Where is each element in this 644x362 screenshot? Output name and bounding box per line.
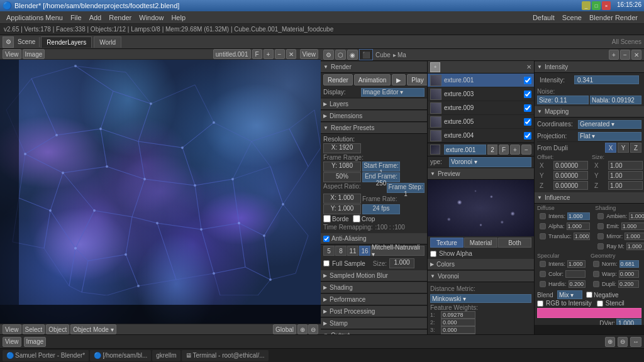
new-texture-btn[interactable]: +: [430, 62, 440, 72]
zoom-out[interactable]: ⊖: [308, 324, 318, 334]
tex-eye-4[interactable]: [524, 118, 531, 126]
add-texture[interactable]: +: [609, 50, 619, 60]
color-swatch-pink[interactable]: [537, 308, 641, 318]
size-z-val[interactable]: 1.00: [608, 181, 643, 190]
type-value[interactable]: Voronoi ▾: [449, 157, 531, 167]
full-sample-check[interactable]: [323, 260, 330, 266]
texture-item-5[interactable]: exture.004: [428, 129, 534, 143]
spec-color-check[interactable]: [540, 271, 546, 277]
render-engine-select[interactable]: Blender Render: [586, 11, 641, 23]
fw-2-val[interactable]: 0.000: [441, 319, 475, 326]
image-menu-btn[interactable]: Image: [23, 49, 45, 59]
offset-x-val[interactable]: 0.00000: [553, 161, 588, 170]
display-value[interactable]: Image Editor ▾: [361, 88, 425, 97]
global-btn[interactable]: Global: [273, 324, 296, 334]
spec-intens-val[interactable]: 1.000: [567, 260, 586, 268]
noise-size-mat[interactable]: Size: 0.11: [537, 96, 589, 104]
props-icon1[interactable]: ⚙: [323, 50, 334, 60]
view-btn-bottom[interactable]: View: [3, 324, 21, 334]
texture-icon-active[interactable]: ⬛: [359, 49, 373, 60]
spec-intens-check[interactable]: [540, 261, 546, 267]
task-terminal[interactable]: 🖥 Terminal - root@ethical/...: [182, 350, 269, 361]
properties-icon[interactable]: ⚙: [3, 36, 14, 48]
spec-hard-val[interactable]: 0.200: [569, 280, 586, 288]
viewport-info-btn[interactable]: ✕: [286, 49, 296, 59]
maximize-button[interactable]: □: [592, 1, 601, 10]
geom-dupli-val[interactable]: 0.200: [618, 280, 639, 288]
size-x-val[interactable]: 1.00: [608, 161, 643, 170]
window-menu[interactable]: Window: [135, 11, 167, 23]
bb-icon1[interactable]: ⊕: [605, 337, 615, 347]
spec-hard-check[interactable]: [540, 281, 546, 287]
shad-raym-val[interactable]: 1.000: [626, 243, 644, 250]
texture-item-3[interactable]: exture.009: [428, 101, 534, 115]
diff-transluc-val[interactable]: 1.000: [574, 233, 591, 240]
file-menu[interactable]: File: [67, 11, 86, 23]
geom-warp-val[interactable]: 0.000: [619, 270, 639, 278]
tex-add[interactable]: +: [510, 145, 520, 155]
applications-menu[interactable]: Applications Menu: [3, 11, 67, 23]
bb-view[interactable]: View: [3, 337, 21, 347]
tex-del[interactable]: −: [521, 145, 531, 155]
x-btn[interactable]: X: [605, 143, 616, 153]
z-btn[interactable]: Z: [630, 143, 641, 153]
render-btn[interactable]: Render: [323, 74, 353, 85]
layers-section[interactable]: ▶ Layers: [321, 99, 427, 110]
task-gkrellm[interactable]: gkrellm: [152, 350, 180, 361]
texture-item-1[interactable]: exture.001: [428, 74, 534, 87]
both-btn[interactable]: Both: [498, 238, 531, 248]
size-y-val[interactable]: 1.00: [608, 171, 643, 180]
dist-metric-val[interactable]: Minkowski ▾: [430, 294, 531, 303]
diff-transluc-check[interactable]: [540, 233, 546, 239]
diff-intens-val[interactable]: 1.000: [567, 212, 590, 220]
cube-icon[interactable]: ⬡: [335, 50, 346, 60]
aa-8[interactable]: 8: [335, 246, 347, 256]
diff-intens-check[interactable]: [540, 213, 546, 219]
aa-5[interactable]: 5: [323, 246, 335, 256]
pct-field[interactable]: 50%: [323, 172, 361, 182]
negative-check[interactable]: [586, 292, 592, 298]
render-menu[interactable]: Render: [105, 11, 135, 23]
view-menu-btn[interactable]: View: [3, 49, 21, 59]
frame-step[interactable]: Frame Step: 1: [387, 183, 425, 193]
fps-field[interactable]: 24 fps: [362, 204, 400, 214]
influence-section[interactable]: ▼ Influence: [535, 192, 644, 204]
shad-ambient-val[interactable]: 1.000: [629, 212, 644, 220]
geom-dupli-check[interactable]: [593, 281, 599, 287]
aa-check[interactable]: [323, 236, 330, 242]
viewport-add-btn[interactable]: +: [264, 49, 274, 59]
material-btn[interactable]: Material: [464, 238, 497, 248]
shad-mirror-check[interactable]: [597, 233, 604, 239]
sampled-mb-section[interactable]: ▶ Sampled Motion Blur: [321, 270, 427, 282]
intensity-slider[interactable]: 0.341: [574, 75, 639, 84]
active-tex-name[interactable]: exture.001: [444, 145, 486, 155]
material-icon[interactable]: ◉: [347, 50, 358, 60]
geom-norm-val[interactable]: 0.681: [619, 260, 640, 268]
geom-norm-check[interactable]: [593, 261, 599, 267]
play-label-btn[interactable]: Play: [407, 74, 428, 85]
fw-1-val[interactable]: 0.09278: [441, 311, 475, 319]
stencil-check[interactable]: [597, 300, 603, 307]
shad-raym-check[interactable]: [597, 243, 604, 250]
aa-size-field[interactable]: 1.000: [389, 258, 414, 268]
select-btn[interactable]: Select: [23, 324, 45, 334]
play-btn[interactable]: ▶: [392, 74, 406, 85]
voronoi-section-header[interactable]: ▼ Voronoi: [428, 271, 534, 282]
diff-alpha-val[interactable]: 1.000: [567, 222, 591, 230]
spec-color-val[interactable]: [565, 270, 586, 278]
viewport-options-btn[interactable]: F: [252, 49, 262, 59]
bb-icon2[interactable]: ⊖: [618, 337, 628, 347]
fw-3-val[interactable]: 0.000: [441, 326, 475, 334]
aspect-x[interactable]: X: 1.000: [323, 194, 361, 204]
zoom-in[interactable]: ⊕: [297, 324, 308, 334]
noise-nabla-mat[interactable]: Nabla: 0.09192: [590, 96, 641, 104]
y-btn[interactable]: Y: [618, 143, 629, 153]
aa-section[interactable]: Anti-Aliasing: [321, 233, 427, 244]
performance-section[interactable]: ▶ Performance: [321, 294, 427, 305]
texture-btn[interactable]: Texture: [430, 238, 464, 248]
end-frame[interactable]: End Frame: 250: [362, 172, 400, 182]
shad-emit-check[interactable]: [597, 223, 604, 229]
aa-16[interactable]: 16: [359, 246, 370, 256]
render-section-header[interactable]: ▼ Render: [321, 62, 427, 73]
aa-filter[interactable]: Mitchell-Natruvali ▾: [371, 246, 425, 256]
